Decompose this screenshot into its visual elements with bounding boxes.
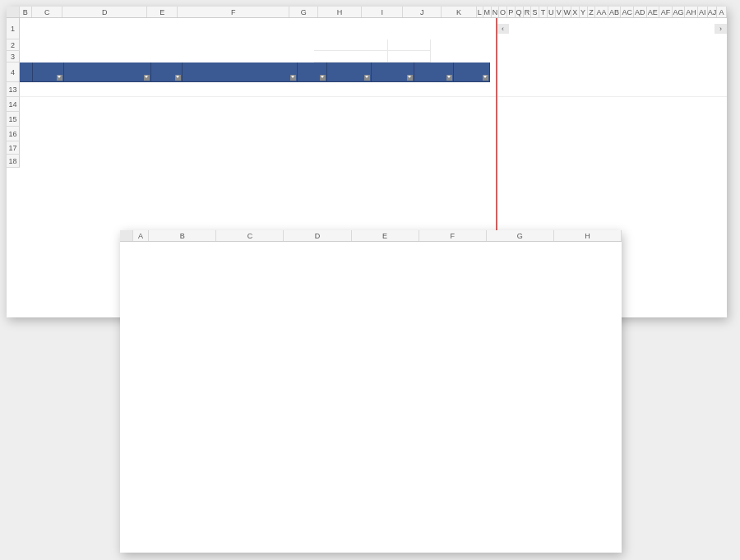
page-title [33, 18, 477, 39]
today-marker [496, 18, 497, 248]
header-status[interactable] [33, 62, 64, 82]
row-number[interactable]: 2 [7, 39, 20, 51]
start-week-value[interactable] [388, 51, 431, 62]
header-assigned[interactable] [327, 62, 372, 82]
header-desc[interactable] [183, 62, 298, 82]
filter-icon[interactable] [320, 75, 326, 81]
header-link[interactable] [454, 62, 490, 82]
gantt-scroll-left[interactable]: ‹ [497, 24, 509, 34]
filter-icon[interactable] [175, 75, 181, 81]
gantt-scroll-right[interactable]: › [715, 24, 727, 34]
filter-icon[interactable] [144, 75, 150, 81]
header-priority[interactable] [151, 62, 183, 82]
header-draft[interactable] [372, 62, 414, 82]
display-start-value[interactable] [388, 39, 431, 51]
filter-icon[interactable] [483, 75, 488, 81]
start-week-label [314, 51, 388, 62]
column-headers[interactable]: A BCDE FGH [120, 230, 622, 242]
calendar-view-sheet: A BCDE FGH [120, 230, 622, 553]
display-start-label [314, 39, 388, 51]
header-desclen[interactable] [298, 62, 327, 82]
row-number[interactable]: 1 [7, 18, 20, 39]
filter-icon[interactable] [364, 75, 370, 81]
header-publish[interactable] [414, 62, 454, 82]
row-number[interactable]: 4 [7, 62, 20, 82]
header-title[interactable] [64, 62, 151, 82]
filter-icon[interactable] [407, 75, 413, 81]
filter-icon[interactable] [446, 75, 452, 81]
row-number[interactable]: 3 [7, 51, 20, 62]
filter-icon[interactable] [290, 75, 296, 81]
column-headers[interactable]: BCDE FGHI JKL MNOP QRST UVWX YZ AAABAC A… [7, 7, 727, 18]
filter-icon[interactable] [57, 75, 62, 81]
